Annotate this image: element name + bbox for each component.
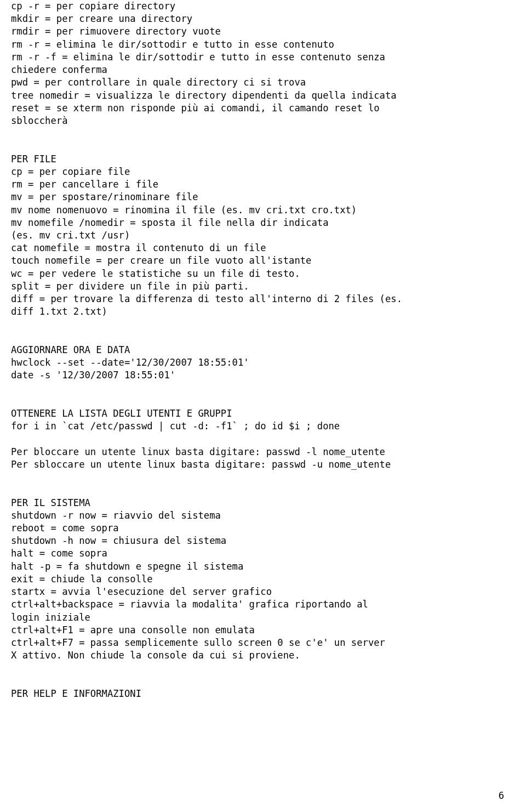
file-line-6: cat nomefile = mostra il contenuto di un… bbox=[11, 242, 266, 253]
page-number: 6 bbox=[499, 790, 504, 802]
system-line-9: ctrl+alt+F1 = apre una consolle non emul… bbox=[11, 624, 255, 635]
dir-line-8: reset = se xterm non risponde più ai com… bbox=[11, 103, 380, 113]
system-line-1: reboot = come sopra bbox=[11, 523, 119, 533]
page-content: cp -r = per copiare directory mkdir = pe… bbox=[0, 0, 526, 711]
dir-line-4: rm -r -f = elimina le dir/sottodir e tut… bbox=[11, 52, 385, 63]
file-line-8: wc = per vedere le statistiche su un fil… bbox=[11, 268, 300, 279]
section-title-file: PER FILE bbox=[11, 154, 56, 164]
dir-line-1: mkdir = per creare una directory bbox=[11, 13, 192, 24]
system-line-2: shutdown -h now = chiusura del sistema bbox=[11, 535, 226, 546]
system-line-10: ctrl+alt+F7 = passa semplicemente sullo … bbox=[11, 637, 385, 648]
file-line-4: mv nomefile /nomedir = sposta il file ne… bbox=[11, 217, 328, 228]
file-line-10: diff = per trovare la differenza di test… bbox=[11, 293, 402, 304]
document-page: cp -r = per copiare directory mkdir = pe… bbox=[0, 0, 526, 812]
users-line-2: Per bloccare un utente linux basta digit… bbox=[11, 446, 385, 457]
dir-line-3: rm -r = elimina le dir/sottodir e tutto … bbox=[11, 39, 334, 50]
dir-line-5: chiedere conferma bbox=[11, 64, 107, 75]
file-line-3: mv nome nomenuovo = rinomina il file (es… bbox=[11, 205, 357, 215]
dir-line-9: sbloccherà bbox=[11, 115, 67, 126]
dir-line-6: pwd = per controllare in quale directory… bbox=[11, 77, 306, 88]
file-line-9: split = per dividere un file in più part… bbox=[11, 281, 249, 292]
system-line-0: shutdown -r now = riavvio del sistema bbox=[11, 510, 221, 521]
file-line-5: (es. mv cri.txt /usr) bbox=[11, 230, 130, 241]
clock-line-1: date -s '12/30/2007 18:55:01' bbox=[11, 370, 175, 381]
file-line-1: rm = per cancellare i file bbox=[11, 179, 158, 190]
dir-line-0: cp -r = per copiare directory bbox=[11, 1, 175, 12]
system-line-8: login iniziale bbox=[11, 612, 90, 623]
file-line-7: touch nomefile = per creare un file vuot… bbox=[11, 255, 311, 266]
section-title-system: PER IL SISTEMA bbox=[11, 497, 90, 508]
system-line-6: startx = avvia l'esecuzione del server g… bbox=[11, 586, 272, 597]
file-line-11: diff 1.txt 2.txt) bbox=[11, 306, 107, 317]
system-line-5: exit = chiude la consolle bbox=[11, 573, 153, 584]
system-line-11: X attivo. Non chiude la console da cui s… bbox=[11, 650, 300, 661]
section-title-clock: AGGIORNARE ORA E DATA bbox=[11, 344, 130, 355]
file-line-2: mv = per spostare/rinominare file bbox=[11, 191, 198, 202]
system-line-7: ctrl+alt+backspace = riavvia la modalita… bbox=[11, 599, 368, 610]
section-title-users: OTTENERE LA LISTA DEGLI UTENTI E GRUPPI bbox=[11, 408, 232, 419]
file-line-0: cp = per copiare file bbox=[11, 166, 130, 177]
system-line-4: halt -p = fa shutdown e spegne il sistem… bbox=[11, 561, 243, 572]
section-title-help: PER HELP E INFORMAZIONI bbox=[11, 688, 141, 699]
clock-line-0: hwclock --set --date='12/30/2007 18:55:0… bbox=[11, 357, 249, 368]
users-line-0: for i in `cat /etc/passwd | cut -d: -f1`… bbox=[11, 421, 340, 431]
dir-line-2: rmdir = per rimuovere directory vuote bbox=[11, 26, 221, 37]
users-line-3: Per sbloccare un utente linux basta digi… bbox=[11, 459, 391, 470]
system-line-3: halt = come sopra bbox=[11, 548, 107, 559]
dir-line-7: tree nomedir = visualizza le directory d… bbox=[11, 90, 397, 101]
